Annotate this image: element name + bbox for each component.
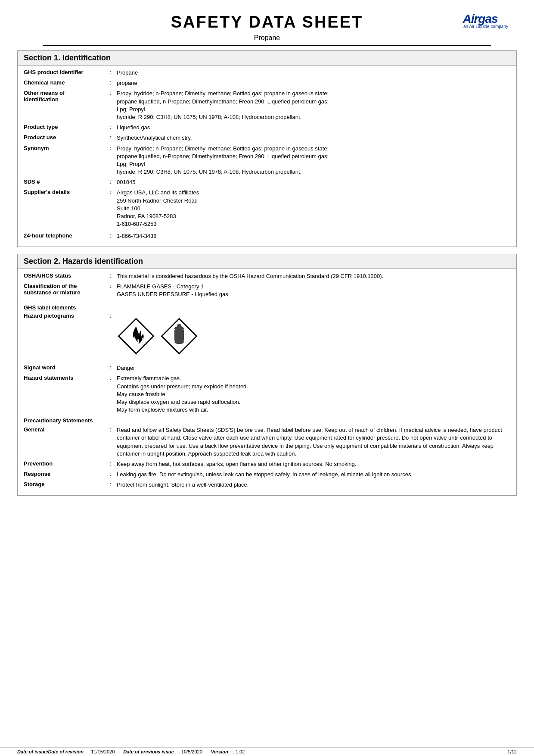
- precautionary-prevention-label: Prevention: [24, 460, 110, 467]
- field-value-synonym: Propyl hydride; n-Propane; Dimethyl meth…: [117, 145, 510, 176]
- precautionary-general: General : Read and follow all Safety Dat…: [24, 426, 510, 458]
- footer-date-issue-value: : 11/15/2020: [88, 749, 115, 754]
- field-value-other: Propyl hydride; n-Propane; Dimethyl meth…: [117, 90, 510, 121]
- field-other-means: Other means ofidentification : Propyl hy…: [24, 90, 510, 121]
- precautionary-response: Response : Leaking gas fire: Do not exti…: [24, 471, 510, 478]
- field-label-hazard: Hazard statements: [24, 375, 110, 381]
- header: Airgas an Air Liquide company SAFETY DAT…: [0, 0, 534, 50]
- precautionary-response-value: Leaking gas fire: Do not extinguish, unl…: [117, 471, 510, 478]
- field-hazard-statements: Hazard statements : Extremely flammable …: [24, 375, 510, 414]
- section1-content: GHS product identifier : Propane Chemica…: [17, 66, 517, 247]
- field-sds: SDS # : 001045: [24, 178, 510, 186]
- field-label-supplier: Supplier's details: [24, 189, 110, 195]
- footer-date-previous: Date of previous issue : 10/5/2020: [123, 749, 202, 754]
- field-label-osha: OSHA/HCS status: [24, 272, 110, 279]
- field-hazard-pictograms: Hazard pictograms :: [24, 312, 510, 360]
- footer-date-previous-label: Date of previous issue: [123, 749, 174, 754]
- precautionary-storage: Storage : Protect from sunlight. Store i…: [24, 481, 510, 489]
- field-product-use: Product use : Synthetic/Analytical chemi…: [24, 134, 510, 142]
- field-value-ghs: Propane: [117, 69, 510, 77]
- field-label-synonym: Synonym: [24, 145, 110, 151]
- footer-date-issue: Date of issue/Date of revision : 11/15/2…: [17, 749, 115, 754]
- field-label-classification: Classification of thesubstance or mixtur…: [24, 283, 110, 296]
- section1-header: Section 1. Identification: [17, 50, 517, 66]
- footer-version-label: Version: [211, 749, 228, 754]
- field-value-classification: FLAMMABLE GASES - Category 1 GASES UNDER…: [117, 283, 510, 298]
- chemical-name-header: Propane: [26, 34, 508, 42]
- svg-rect-10: [177, 325, 182, 328]
- field-value-hazard: Extremely flammable gas. Contains gas un…: [117, 375, 510, 414]
- field-label-other: Other means ofidentification: [24, 90, 110, 103]
- field-ghs-product-id: GHS product identifier : Propane: [24, 69, 510, 77]
- field-value-chemical: propane: [117, 79, 510, 87]
- ghs-label-section: GHS label elements Hazard pictograms :: [24, 304, 510, 489]
- field-value-sds: 001045: [117, 178, 510, 186]
- precautionary-prevention-value: Keep away from heat, hot surfaces, spark…: [117, 460, 510, 468]
- svg-rect-11: [178, 324, 180, 326]
- logo-tagline: an Air Liquide company: [452, 24, 508, 29]
- precautionary-general-label: General: [24, 426, 110, 433]
- section2-content: OSHA/HCS status : This material is consi…: [17, 269, 517, 496]
- precautionary-storage-value: Protect from sunlight. Store in a well-v…: [117, 481, 510, 489]
- field-value-osha: This material is considered hazardous by…: [117, 272, 510, 280]
- field-supplier: Supplier's details : Airgas USA, LLC and…: [24, 189, 510, 228]
- section2-header: Section 2. Hazards identification: [17, 254, 517, 269]
- field-value-pictograms: [117, 312, 510, 360]
- field-label-ptype: Product type: [24, 124, 110, 130]
- precautionary-response-label: Response: [24, 471, 110, 477]
- field-label-puse: Product use: [24, 134, 110, 141]
- compressed-gas-pictogram: [160, 317, 199, 356]
- footer: Date of issue/Date of revision : 11/15/2…: [0, 747, 534, 756]
- field-label-pictograms: Hazard pictograms: [24, 312, 110, 319]
- svg-point-9: [174, 340, 184, 344]
- field-label-chemical: Chemical name: [24, 79, 110, 86]
- field-value-ptype: Liquefied gas: [117, 124, 510, 131]
- footer-page: 1/12: [508, 749, 517, 754]
- footer-version: Version : 1.02: [211, 749, 245, 754]
- header-divider: [43, 45, 491, 46]
- field-value-signal: Danger: [117, 364, 510, 372]
- field-product-type: Product type : Liquefied gas: [24, 124, 510, 131]
- precautionary-general-value: Read and follow all Safety Data Sheets (…: [117, 426, 510, 458]
- flame-pictogram: [117, 317, 155, 356]
- precautionary-title: Precautionary Statements: [24, 417, 510, 424]
- logo: Airgas an Air Liquide company: [452, 12, 508, 38]
- field-label-signal: Signal word: [24, 364, 110, 371]
- field-telephone: 24-hour telephone : 1-866-734-3438: [24, 232, 510, 240]
- precautionary-section: Precautionary Statements General : Read …: [24, 417, 510, 489]
- page-title: SAFETY DATA SHEET: [26, 13, 508, 31]
- footer-version-value: : 1.02: [233, 749, 245, 754]
- field-value-supplier: Airgas USA, LLC and its affiliates 259 N…: [117, 189, 510, 228]
- field-value-puse: Synthetic/Analytical chemistry.: [117, 134, 510, 142]
- field-synonym: Synonym : Propyl hydride; n-Propane; Dim…: [24, 145, 510, 176]
- precautionary-prevention: Prevention : Keep away from heat, hot su…: [24, 460, 510, 468]
- field-label-ghs: GHS product identifier: [24, 69, 110, 75]
- field-value-tel: 1-866-734-3438: [117, 232, 510, 240]
- footer-date-previous-value: : 10/5/2020: [179, 749, 202, 754]
- precautionary-storage-label: Storage: [24, 481, 110, 487]
- svg-rect-8: [174, 328, 184, 342]
- page: Airgas an Air Liquide company SAFETY DAT…: [0, 0, 534, 756]
- field-label-tel: 24-hour telephone: [24, 232, 110, 239]
- field-label-sds: SDS #: [24, 178, 110, 185]
- field-signal-word: Signal word : Danger: [24, 364, 510, 372]
- footer-date-issue-label: Date of issue/Date of revision: [17, 749, 84, 754]
- pictogram-container: [117, 317, 510, 356]
- ghs-label-title: GHS label elements: [24, 304, 510, 311]
- field-classification: Classification of thesubstance or mixtur…: [24, 283, 510, 298]
- field-osha: OSHA/HCS status : This material is consi…: [24, 272, 510, 280]
- field-chemical-name: Chemical name : propane: [24, 79, 510, 87]
